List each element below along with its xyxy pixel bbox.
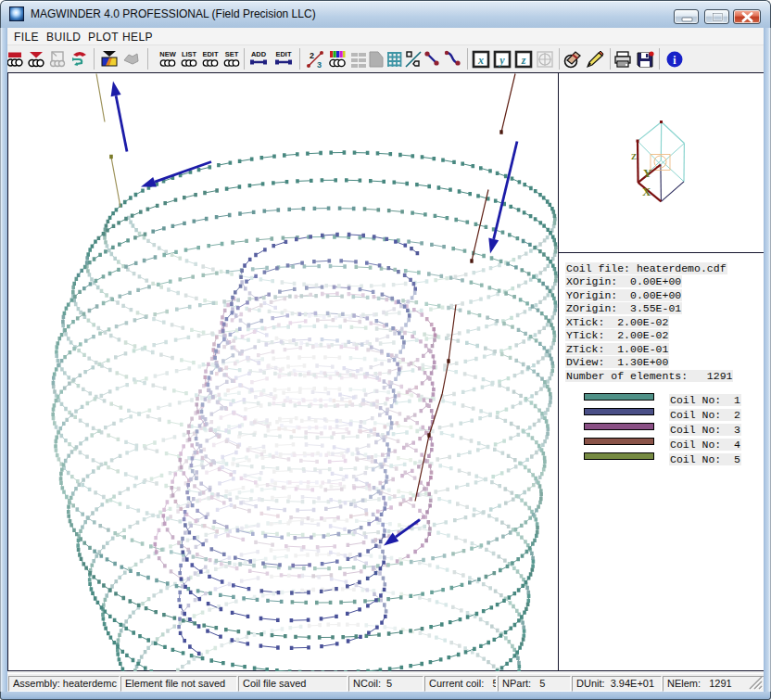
svg-text:3: 3: [317, 60, 322, 70]
svg-text:y: y: [498, 54, 505, 67]
svg-text:Z: Z: [631, 151, 637, 160]
svg-text:X: X: [642, 184, 651, 197]
svg-text:ADD: ADD: [251, 50, 267, 58]
svg-text:EDIT: EDIT: [275, 50, 292, 58]
svg-text:2: 2: [310, 51, 314, 60]
svg-text:SET: SET: [225, 50, 239, 58]
svg-text:EDIT: EDIT: [202, 50, 219, 58]
svg-text:z: z: [521, 54, 526, 67]
svg-text:x: x: [477, 54, 484, 67]
svg-text:NEW: NEW: [159, 50, 176, 58]
svg-text:Y: Y: [643, 165, 652, 179]
svg-text:LIST: LIST: [182, 50, 197, 58]
